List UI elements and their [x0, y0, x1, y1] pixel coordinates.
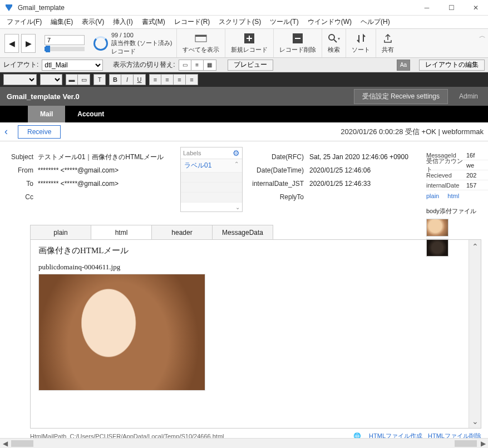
labels-header: Labels	[183, 150, 201, 156]
new-record-button[interactable]: 新規レコード	[225, 29, 273, 57]
body-scrollbar[interactable]: ⌃ ⌄	[469, 240, 481, 428]
label-item[interactable]: ラベル01⌃	[181, 159, 242, 173]
window-horizontal-scrollbar[interactable]: ◀ ▶	[0, 438, 488, 448]
font-select[interactable]	[3, 74, 37, 85]
menu-script[interactable]: スクリプト(S)	[214, 16, 265, 28]
next-record-button[interactable]: ▶	[21, 34, 36, 53]
receive-account-label: 受信アカウント	[426, 157, 466, 174]
html-view-link[interactable]: html	[447, 193, 459, 199]
replyto-label: ReplyTo	[245, 193, 309, 201]
record-count-line2: 該当件数 (ソート済み)	[111, 39, 172, 47]
scroll-up-icon[interactable]: ⌃	[472, 242, 479, 251]
date-datetime-value: 2020/01/25 12:46:06	[309, 166, 423, 174]
chevron-icon: ⌃	[234, 161, 239, 170]
scroll-right-icon[interactable]: ▶	[478, 440, 488, 447]
menu-format[interactable]: 書式(M)	[137, 16, 170, 28]
preview-button[interactable]: プレビュー	[228, 60, 273, 71]
label-blank-row	[181, 173, 242, 183]
main-tabs: Mail Account	[0, 106, 488, 122]
scroll-thumb[interactable]	[455, 440, 477, 447]
share-button[interactable]: 共有	[376, 29, 400, 57]
view-form-button[interactable]: ▭	[179, 60, 191, 70]
prev-record-button[interactable]: ◀	[4, 34, 19, 53]
labels-gear-icon[interactable]: ⚙	[233, 149, 240, 157]
formatting-bar-toggle[interactable]: Aa	[397, 60, 410, 71]
show-all-button[interactable]: すべてを表示	[176, 29, 225, 57]
receive-settings-button[interactable]: 受信設定 Receive settings	[354, 89, 448, 104]
body-tab-plain[interactable]: plain	[30, 225, 91, 239]
chevron-down-icon[interactable]: ⌄	[235, 204, 240, 210]
view-table-button[interactable]: ▦	[204, 60, 216, 70]
align-justify-button[interactable]: ≡	[186, 74, 198, 85]
internaldate-label: internalDate_JST	[245, 180, 309, 188]
fill-color-button[interactable]: ▬	[66, 74, 78, 85]
back-arrow-icon[interactable]: ‹	[4, 126, 18, 137]
align-left-button[interactable]: ≡	[149, 74, 161, 85]
received-label: Recieved	[426, 172, 466, 179]
menu-file[interactable]: ファイル(F)	[2, 16, 46, 28]
mail-body-title: 画像付きのHTMLメール	[38, 245, 461, 256]
tab-account[interactable]: Account	[65, 106, 116, 122]
line-color-button[interactable]: ▭	[78, 74, 90, 85]
format-toolbar: ▬ ▭ T B I U ≡ ≡ ≡ ≡	[0, 72, 488, 87]
menu-edit[interactable]: 編集(E)	[46, 16, 77, 28]
app-logo-icon	[3, 2, 14, 13]
menu-help[interactable]: ヘルプ(H)	[356, 16, 395, 28]
scroll-left-icon[interactable]: ◀	[0, 440, 10, 447]
tab-mail[interactable]: Mail	[28, 106, 65, 122]
subject-label: Subject	[6, 153, 38, 161]
delete-record-button[interactable]: レコード削除	[273, 29, 322, 57]
action-row: ‹ Receive 2020/01/26 0:00:28 受信 +OK | we…	[0, 122, 488, 141]
body-tab-html[interactable]: html	[91, 225, 152, 239]
to-label: To	[6, 180, 38, 188]
label-blank-row	[181, 183, 242, 193]
layout-select[interactable]: dtl_Mail	[42, 60, 103, 71]
record-count-info: 99 / 100 該当件数 (ソート済み) レコード	[89, 29, 176, 57]
maximize-button[interactable]: ☐	[439, 0, 464, 16]
underline-button[interactable]: U	[134, 74, 146, 85]
align-right-button[interactable]: ≡	[174, 74, 186, 85]
record-slider[interactable]	[45, 47, 85, 51]
menu-record[interactable]: レコード(R)	[170, 16, 215, 28]
sort-button[interactable]: ソート	[346, 29, 376, 57]
side-internaldate-value: 157	[466, 182, 488, 189]
label-blank-row	[181, 193, 242, 203]
edit-layout-button[interactable]: レイアウトの編集	[419, 60, 485, 71]
body-tab-messagedata[interactable]: MessageData	[212, 225, 273, 239]
date-rfc-value: Sat, 25 Jan 2020 12:46:06 +0900	[309, 153, 423, 161]
record-count-line1: 99 / 100	[111, 31, 172, 39]
subject-value: テストメール01｜画像付きのHTMLメール	[38, 152, 175, 162]
scroll-thumb[interactable]	[11, 440, 33, 447]
menu-window[interactable]: ウインドウ(W)	[303, 16, 356, 28]
window-title: Gmail_template	[18, 4, 415, 12]
view-list-button[interactable]: ≡	[191, 60, 204, 70]
scroll-down-icon[interactable]: ⌄	[472, 417, 479, 426]
side-internaldate-label: internalDate	[426, 182, 466, 189]
svg-rect-1	[195, 35, 206, 37]
text-color-button[interactable]: T	[93, 74, 106, 85]
close-button[interactable]: ✕	[464, 0, 488, 16]
record-progress-icon	[93, 36, 108, 51]
plain-view-link[interactable]: plain	[426, 193, 439, 199]
body-tab-header[interactable]: header	[151, 225, 213, 239]
app-version-label: Gmail_template Ver.0	[7, 92, 80, 101]
date-datetime-label: Date(DateTime)	[245, 166, 309, 174]
search-button[interactable]: ▾ 検索	[322, 29, 346, 57]
align-center-button[interactable]: ≡	[161, 74, 174, 85]
menu-insert[interactable]: 挿入(I)	[109, 16, 137, 28]
record-number-input[interactable]	[45, 35, 85, 45]
minimize-button[interactable]: ─	[415, 0, 439, 16]
size-select[interactable]	[40, 74, 62, 85]
labels-box: Labels⚙ ラベル01⌃ ⌄	[180, 147, 243, 212]
bold-button[interactable]: B	[109, 74, 121, 85]
receive-account-value: we	[466, 162, 488, 169]
received-value: 202	[466, 172, 488, 179]
toolbar-collapse-icon[interactable]: ︿	[477, 29, 488, 57]
messageid-value: 16f	[466, 152, 488, 159]
italic-button[interactable]: I	[121, 74, 134, 85]
menu-view[interactable]: 表示(V)	[77, 16, 109, 28]
receive-button[interactable]: Receive	[18, 125, 61, 139]
admin-link[interactable]: Admin	[459, 92, 478, 100]
body-tabs: plain html header MessageData	[30, 225, 488, 239]
menu-tool[interactable]: ツール(T)	[265, 16, 303, 28]
